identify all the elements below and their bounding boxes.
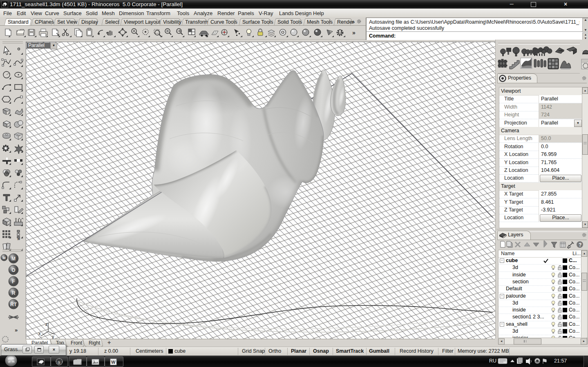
svg-text:»: » xyxy=(17,236,20,242)
svg-text:M: M xyxy=(11,256,16,262)
svg-text:M: M xyxy=(2,256,6,260)
svg-text:y: y xyxy=(52,334,54,339)
svg-text:»: » xyxy=(15,327,18,333)
svg-text:z: z xyxy=(45,322,48,327)
svg-text:»: » xyxy=(352,29,355,36)
svg-text:?: ? xyxy=(579,242,581,248)
svg-text:O: O xyxy=(11,267,15,273)
svg-text:F: F xyxy=(12,279,15,285)
svg-text:W: W xyxy=(111,360,116,365)
svg-text:R: R xyxy=(12,290,16,296)
svg-text:a: a xyxy=(58,360,60,365)
svg-text:RT: RT xyxy=(10,302,17,307)
svg-text:x: x xyxy=(38,331,41,336)
